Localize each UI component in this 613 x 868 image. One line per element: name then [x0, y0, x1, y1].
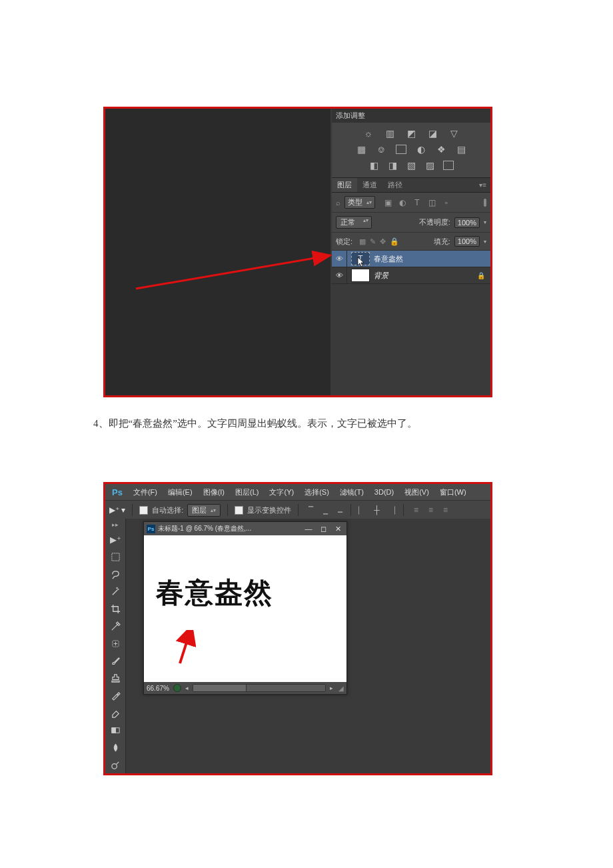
collapse-icon[interactable]: ▸▸: [112, 521, 119, 528]
svg-rect-2: [111, 553, 119, 560]
menu-filter[interactable]: 滤镜(T): [334, 487, 369, 497]
posterize-icon[interactable]: ◨: [386, 160, 398, 171]
align-hcenter-icon[interactable]: ┼: [371, 505, 382, 515]
hue-icon[interactable]: ▦: [355, 144, 367, 155]
menu-bar: Ps 文件(F) 编辑(E) 图像(I) 图层(L) 文字(Y) 选择(S) 滤…: [105, 484, 490, 500]
lookup-icon[interactable]: ▤: [455, 144, 467, 155]
layer-filter-row: ⌕ 类型 ▴▾ ▣ ◐ T ◫ ▫: [332, 193, 490, 213]
selective-color-icon[interactable]: [442, 160, 454, 171]
panel-menu-icon[interactable]: ▾≡: [475, 181, 490, 189]
fill-value[interactable]: 100%: [454, 236, 480, 247]
menu-window[interactable]: 窗口(W): [434, 487, 472, 497]
distribute-icon[interactable]: ≡: [425, 505, 436, 515]
dodge-tool[interactable]: [107, 757, 123, 772]
lock-position-icon[interactable]: ✥: [380, 237, 386, 246]
distribute-icon[interactable]: ≡: [410, 505, 421, 515]
lasso-tool[interactable]: [107, 567, 123, 581]
tab-layers[interactable]: 图层: [332, 178, 357, 192]
layer-name: 春意盎然: [374, 254, 403, 264]
minimize-button[interactable]: —: [303, 525, 314, 533]
svg-rect-5: [111, 727, 115, 733]
blur-tool[interactable]: [107, 740, 123, 755]
tab-channels[interactable]: 通道: [357, 178, 382, 192]
document-canvas[interactable]: 春意盎然: [144, 535, 346, 682]
layer-row-background[interactable]: 👁 背景 🔒: [332, 267, 490, 284]
visibility-icon[interactable]: 👁: [332, 267, 347, 283]
align-vmiddle-icon[interactable]: ⎯: [320, 505, 330, 515]
search-icon: ⌕: [336, 199, 340, 207]
brush-tool[interactable]: [107, 653, 123, 668]
levels-icon[interactable]: ▥: [384, 128, 396, 139]
visibility-icon[interactable]: 👁: [332, 251, 347, 267]
crop-tool[interactable]: [107, 601, 123, 616]
close-button[interactable]: ✕: [332, 525, 344, 533]
document-titlebar[interactable]: Ps 未标题-1 @ 66.7% (春意盎然,... — ◻ ✕: [144, 522, 346, 535]
resize-grip-icon[interactable]: ◢: [338, 685, 344, 692]
chevron-down-icon[interactable]: ▾: [484, 239, 486, 245]
svg-point-6: [111, 763, 117, 769]
show-transform-checkbox[interactable]: [235, 506, 243, 515]
healing-tool[interactable]: [107, 636, 123, 651]
background-layer-thumb: [351, 269, 370, 282]
filter-pixel-icon[interactable]: ▣: [383, 198, 392, 207]
arrow-icon: [132, 249, 338, 302]
align-top-icon[interactable]: ⎺: [305, 505, 316, 515]
bw-icon[interactable]: [395, 144, 407, 155]
menu-view[interactable]: 视图(V): [399, 487, 434, 497]
layer-row-text[interactable]: 👁 T 春意盎然: [332, 251, 490, 267]
lock-row: 锁定: ▩ ✎ ✥ 🔒 填充: 100% ▾: [332, 233, 490, 251]
photo-filter-icon[interactable]: ◐: [415, 144, 427, 155]
zoom-value[interactable]: 66.67%: [147, 685, 169, 692]
align-right-icon[interactable]: ⎹: [386, 505, 396, 515]
invert-icon[interactable]: ◧: [368, 160, 380, 171]
scroll-left-icon[interactable]: ◂: [185, 685, 189, 691]
align-bottom-icon[interactable]: ⎽: [334, 505, 345, 515]
brightness-icon[interactable]: ☼: [362, 128, 374, 139]
marquee-tool[interactable]: [107, 549, 123, 564]
menu-layer[interactable]: 图层(L): [230, 487, 264, 497]
menu-3d[interactable]: 3D(D): [369, 488, 399, 496]
threshold-icon[interactable]: ▧: [405, 160, 417, 171]
gradient-map-icon[interactable]: ▨: [424, 160, 436, 171]
adjustments-row-3: ◧ ◨ ▧ ▨: [332, 157, 490, 177]
gradient-tool[interactable]: [107, 723, 123, 737]
channel-mixer-icon[interactable]: ❖: [435, 144, 447, 155]
curves-icon[interactable]: ◩: [405, 128, 417, 139]
auto-select-label: 自动选择:: [152, 505, 183, 515]
menu-file[interactable]: 文件(F): [128, 487, 163, 497]
auto-select-checkbox[interactable]: [139, 506, 148, 515]
stamp-tool[interactable]: [107, 671, 123, 685]
menu-edit[interactable]: 编辑(E): [163, 487, 198, 497]
tab-paths[interactable]: 路径: [382, 178, 408, 192]
distribute-icon[interactable]: ≡: [440, 505, 450, 515]
filter-type-select[interactable]: 类型 ▴▾: [344, 196, 375, 209]
filter-shape-icon[interactable]: ◫: [427, 198, 436, 207]
wand-tool[interactable]: [107, 584, 123, 599]
maximize-button[interactable]: ◻: [317, 525, 329, 533]
vibrance-icon[interactable]: ▽: [448, 128, 460, 139]
eyedropper-tool[interactable]: [107, 619, 123, 633]
layers-list: 👁 T 春意盎然 👁 背景 🔒: [332, 251, 490, 395]
scroll-right-icon[interactable]: ▸: [330, 685, 333, 691]
menu-type[interactable]: 文字(Y): [264, 487, 299, 497]
eraser-tool[interactable]: [107, 705, 123, 720]
color-balance-icon[interactable]: ⎊: [375, 144, 387, 155]
opacity-value[interactable]: 100%: [454, 217, 480, 228]
filter-type-icon[interactable]: T: [412, 198, 422, 207]
move-tool[interactable]: ▶⁺: [107, 532, 123, 547]
filter-adjust-icon[interactable]: ◐: [398, 198, 407, 207]
exposure-icon[interactable]: ◪: [426, 128, 438, 139]
blend-mode-select[interactable]: 正常 ▴▾: [336, 216, 372, 229]
filter-toggle-icon[interactable]: [484, 199, 486, 207]
lock-paint-icon[interactable]: ✎: [370, 237, 376, 246]
chevron-down-icon[interactable]: ▾: [484, 219, 486, 225]
menu-select[interactable]: 选择(S): [299, 487, 334, 497]
auto-select-target[interactable]: 图层 ▴▾: [187, 504, 221, 517]
lock-all-icon[interactable]: 🔒: [390, 237, 399, 246]
h-scrollbar[interactable]: [193, 684, 326, 692]
filter-smart-icon[interactable]: ▫: [442, 198, 451, 207]
lock-transparency-icon[interactable]: ▩: [359, 237, 366, 246]
history-brush-tool[interactable]: [107, 688, 123, 703]
align-left-icon[interactable]: ⎸: [356, 505, 367, 515]
menu-image[interactable]: 图像(I): [198, 487, 230, 497]
